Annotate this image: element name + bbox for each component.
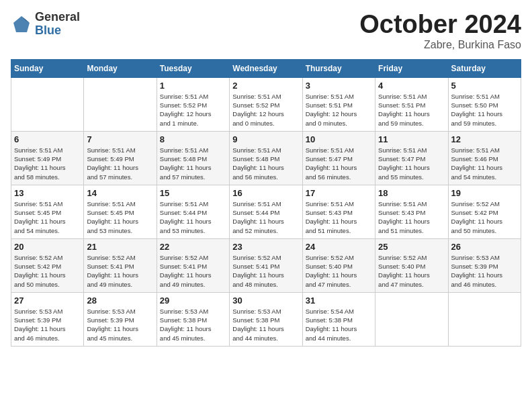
day-info: Sunrise: 5:53 AM Sunset: 5:38 PM Dayligh… [160,307,226,342]
calendar-cell: 11Sunrise: 5:51 AM Sunset: 5:47 PM Dayli… [375,131,448,185]
day-number: 4 [378,81,445,91]
day-number: 1 [160,81,226,91]
calendar-cell: 8Sunrise: 5:51 AM Sunset: 5:48 PM Daylig… [157,131,229,185]
day-number: 31 [306,295,372,306]
day-info: Sunrise: 5:52 AM Sunset: 5:41 PM Dayligh… [232,253,299,289]
calendar-cell: 18Sunrise: 5:51 AM Sunset: 5:43 PM Dayli… [375,185,448,238]
calendar-cell: 26Sunrise: 5:53 AM Sunset: 5:39 PM Dayli… [448,238,521,292]
calendar-header: SundayMondayTuesdayWednesdayThursdayFrid… [11,59,521,77]
day-number: 8 [160,134,226,144]
calendar-cell: 15Sunrise: 5:51 AM Sunset: 5:44 PM Dayli… [157,185,229,238]
calendar-cell: 9Sunrise: 5:51 AM Sunset: 5:48 PM Daylig… [230,131,302,185]
calendar-cell: 22Sunrise: 5:52 AM Sunset: 5:41 PM Dayli… [157,238,229,292]
day-number: 6 [14,134,81,144]
day-info: Sunrise: 5:51 AM Sunset: 5:44 PM Dayligh… [232,199,299,235]
day-number: 23 [232,242,299,252]
header-row: SundayMondayTuesdayWednesdayThursdayFrid… [11,59,521,77]
logo: General Blue [11,11,80,38]
header-day-friday: Friday [375,59,448,77]
calendar-cell: 16Sunrise: 5:51 AM Sunset: 5:44 PM Dayli… [230,185,302,238]
calendar-cell: 25Sunrise: 5:52 AM Sunset: 5:40 PM Dayli… [375,238,448,292]
calendar-cell: 13Sunrise: 5:51 AM Sunset: 5:45 PM Dayli… [11,185,84,238]
header-day-sunday: Sunday [11,59,84,77]
day-info: Sunrise: 5:51 AM Sunset: 5:48 PM Dayligh… [232,146,299,181]
calendar-cell: 7Sunrise: 5:51 AM Sunset: 5:49 PM Daylig… [84,131,157,185]
day-number: 30 [232,295,299,306]
day-number: 24 [306,242,372,252]
calendar-cell: 6Sunrise: 5:51 AM Sunset: 5:49 PM Daylig… [11,131,84,185]
header-day-tuesday: Tuesday [157,59,229,77]
day-info: Sunrise: 5:51 AM Sunset: 5:48 PM Dayligh… [160,146,226,181]
day-info: Sunrise: 5:51 AM Sunset: 5:46 PM Dayligh… [451,146,518,181]
day-number: 9 [232,134,299,144]
day-number: 29 [160,295,226,306]
day-number: 2 [232,81,299,91]
page-header: General Blue October 2024 Zabre, Burkina… [11,11,521,51]
day-number: 15 [160,188,226,198]
calendar-cell: 29Sunrise: 5:53 AM Sunset: 5:38 PM Dayli… [157,292,229,346]
day-info: Sunrise: 5:51 AM Sunset: 5:43 PM Dayligh… [306,199,372,235]
calendar-cell [11,77,84,131]
day-info: Sunrise: 5:51 AM Sunset: 5:45 PM Dayligh… [87,199,153,235]
calendar-cell: 2Sunrise: 5:51 AM Sunset: 5:52 PM Daylig… [230,77,302,131]
day-info: Sunrise: 5:52 AM Sunset: 5:42 PM Dayligh… [14,253,81,289]
day-number: 11 [378,134,445,144]
day-info: Sunrise: 5:51 AM Sunset: 5:51 PM Dayligh… [378,92,445,128]
day-info: Sunrise: 5:51 AM Sunset: 5:52 PM Dayligh… [232,92,299,128]
day-info: Sunrise: 5:52 AM Sunset: 5:42 PM Dayligh… [451,199,518,235]
calendar-body: 1Sunrise: 5:51 AM Sunset: 5:52 PM Daylig… [11,77,521,346]
day-number: 13 [14,188,81,198]
month-title: October 2024 [359,11,521,39]
day-info: Sunrise: 5:51 AM Sunset: 5:52 PM Dayligh… [160,92,226,128]
calendar-cell: 14Sunrise: 5:51 AM Sunset: 5:45 PM Dayli… [84,185,157,238]
location-text: Zabre, Burkina Faso [359,39,521,51]
logo-icon [11,13,32,35]
calendar-cell: 20Sunrise: 5:52 AM Sunset: 5:42 PM Dayli… [11,238,84,292]
logo-blue-text: Blue [35,24,80,38]
day-number: 12 [451,134,518,144]
day-info: Sunrise: 5:51 AM Sunset: 5:47 PM Dayligh… [306,146,372,181]
day-info: Sunrise: 5:51 AM Sunset: 5:43 PM Dayligh… [378,199,445,235]
calendar-cell: 30Sunrise: 5:53 AM Sunset: 5:38 PM Dayli… [230,292,302,346]
calendar-week-3: 13Sunrise: 5:51 AM Sunset: 5:45 PM Dayli… [11,185,521,238]
day-info: Sunrise: 5:51 AM Sunset: 5:47 PM Dayligh… [378,146,445,181]
day-info: Sunrise: 5:51 AM Sunset: 5:49 PM Dayligh… [87,146,153,181]
calendar-table: SundayMondayTuesdayWednesdayThursdayFrid… [11,59,521,347]
calendar-cell: 21Sunrise: 5:52 AM Sunset: 5:41 PM Dayli… [84,238,157,292]
calendar-cell: 12Sunrise: 5:51 AM Sunset: 5:46 PM Dayli… [448,131,521,185]
day-number: 10 [306,134,372,144]
day-info: Sunrise: 5:51 AM Sunset: 5:45 PM Dayligh… [14,199,81,235]
calendar-cell: 24Sunrise: 5:52 AM Sunset: 5:40 PM Dayli… [302,238,375,292]
calendar-cell: 19Sunrise: 5:52 AM Sunset: 5:42 PM Dayli… [448,185,521,238]
day-info: Sunrise: 5:53 AM Sunset: 5:39 PM Dayligh… [451,253,518,289]
day-info: Sunrise: 5:51 AM Sunset: 5:51 PM Dayligh… [306,92,372,128]
calendar-cell: 5Sunrise: 5:51 AM Sunset: 5:50 PM Daylig… [448,77,521,131]
day-number: 14 [87,188,153,198]
day-number: 17 [306,188,372,198]
day-info: Sunrise: 5:53 AM Sunset: 5:38 PM Dayligh… [232,307,299,342]
calendar-cell: 17Sunrise: 5:51 AM Sunset: 5:43 PM Dayli… [302,185,375,238]
day-number: 5 [451,81,518,91]
calendar-cell: 28Sunrise: 5:53 AM Sunset: 5:39 PM Dayli… [84,292,157,346]
day-info: Sunrise: 5:53 AM Sunset: 5:39 PM Dayligh… [87,307,153,342]
calendar-cell: 1Sunrise: 5:51 AM Sunset: 5:52 PM Daylig… [157,77,229,131]
header-day-wednesday: Wednesday [230,59,302,77]
header-day-monday: Monday [84,59,157,77]
header-day-saturday: Saturday [448,59,521,77]
calendar-cell [84,77,157,131]
calendar-cell: 27Sunrise: 5:53 AM Sunset: 5:39 PM Dayli… [11,292,84,346]
day-info: Sunrise: 5:51 AM Sunset: 5:49 PM Dayligh… [14,146,81,181]
day-info: Sunrise: 5:52 AM Sunset: 5:40 PM Dayligh… [306,253,372,289]
calendar-week-4: 20Sunrise: 5:52 AM Sunset: 5:42 PM Dayli… [11,238,521,292]
day-info: Sunrise: 5:51 AM Sunset: 5:44 PM Dayligh… [160,199,226,235]
day-number: 22 [160,242,226,252]
calendar-week-2: 6Sunrise: 5:51 AM Sunset: 5:49 PM Daylig… [11,131,521,185]
day-number: 3 [306,81,372,91]
day-number: 28 [87,295,153,306]
svg-marker-0 [13,16,30,32]
day-number: 19 [451,188,518,198]
calendar-week-5: 27Sunrise: 5:53 AM Sunset: 5:39 PM Dayli… [11,292,521,346]
logo-general-text: General [35,11,80,24]
day-number: 18 [378,188,445,198]
day-number: 25 [378,242,445,252]
